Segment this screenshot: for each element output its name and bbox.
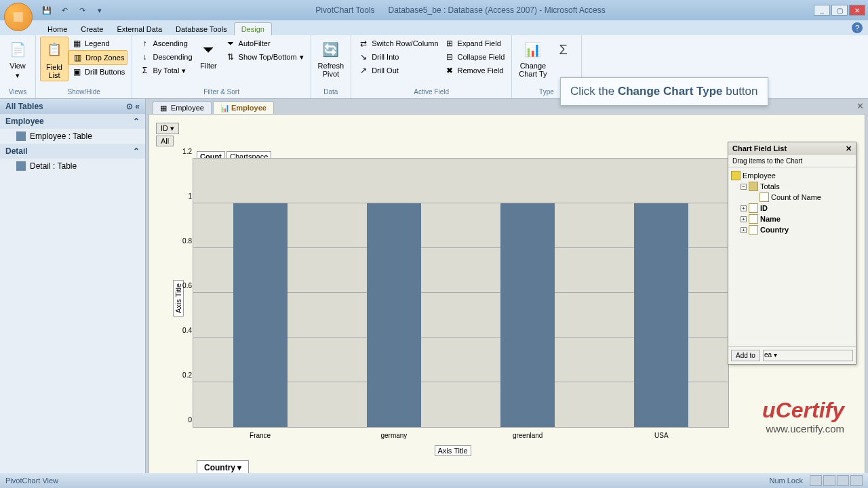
x-axis-title[interactable]: Axis Title	[434, 445, 471, 456]
chart-field-list-panel: Chart Field List✕ Drag items to the Char…	[728, 142, 856, 365]
field-list-button[interactable]: 📋 Field List	[40, 37, 68, 81]
chart-plot-area[interactable]: 00.20.40.60.811.2 Francegermanygreenland…	[193, 158, 729, 428]
tab-database-tools[interactable]: Database Tools	[169, 23, 234, 35]
legend-button[interactable]: ▦Legend	[68, 37, 127, 50]
chart-bar[interactable]	[634, 203, 688, 427]
close-panel-button[interactable]: ✕	[846, 144, 852, 153]
field-node-country[interactable]: +Country	[731, 224, 853, 235]
chart-bar[interactable]	[233, 203, 288, 427]
expand-icon[interactable]: +	[741, 216, 747, 222]
drill-into-button[interactable]: ↘Drill Into	[355, 50, 441, 64]
remove-field-button[interactable]: ✖Remove Field	[441, 64, 508, 77]
y-tick-label: 1.2	[182, 148, 192, 155]
field-icon	[749, 203, 758, 213]
chart-bar[interactable]	[367, 203, 421, 427]
office-orb[interactable]	[4, 3, 33, 31]
close-tab-button[interactable]: ✕	[856, 101, 864, 111]
undo-icon[interactable]: ↶	[57, 3, 72, 17]
add-to-button[interactable]: Add to	[731, 350, 760, 361]
expand-field-button[interactable]: ⊞Expand Field	[441, 37, 508, 50]
sigma-icon: Σ	[553, 39, 574, 60]
document-area: ▦Employee 📊Employee ✕ ID ▾ All Count Cha…	[146, 99, 868, 485]
status-view-mode: PivotChart View	[5, 476, 58, 485]
drop-zones-icon: ▥	[72, 52, 83, 63]
view-button[interactable]: 📄 View ▾	[4, 37, 31, 82]
nav-item-detail-table[interactable]: Detail : Table	[0, 159, 145, 174]
redo-icon[interactable]: ↷	[75, 3, 90, 17]
svg-rect-0	[14, 12, 23, 22]
drill-buttons-icon: ▣	[71, 66, 82, 77]
cube-icon	[731, 171, 741, 180]
collapse-icon[interactable]: −	[741, 184, 747, 190]
view-icon: 📄	[7, 39, 28, 60]
field-icon	[749, 214, 758, 224]
window-title: Database5_be : Database (Access 2007) - …	[389, 5, 606, 15]
help-icon[interactable]: ?	[852, 22, 863, 33]
filter-button[interactable]: ⏷ Filter	[195, 37, 222, 72]
collapse-icon: ⌃	[133, 117, 140, 126]
view-mode-btn-1[interactable]	[810, 475, 822, 486]
nav-item-employee-table[interactable]: Employee : Table	[0, 129, 145, 144]
drill-out-button[interactable]: ↗Drill Out	[355, 64, 441, 77]
dropdown-icon: ▾	[300, 53, 304, 62]
tab-create[interactable]: Create	[74, 23, 110, 35]
doc-tab-employee-1[interactable]: ▦Employee	[153, 101, 212, 114]
sigma-button[interactable]: Σ	[550, 37, 577, 62]
nav-group-detail[interactable]: Detail⌃	[0, 144, 145, 159]
view-mode-btn-3[interactable]	[837, 475, 849, 486]
ascending-button[interactable]: ↑Ascending	[136, 37, 195, 50]
chart-canvas: ID ▾ All Count Chartspace Axis Title 00.…	[149, 114, 865, 483]
refresh-icon: 🔄	[320, 39, 342, 60]
autofilter-button[interactable]: ⏷AutoFilter	[222, 37, 307, 50]
switch-row-col-button[interactable]: ⇄Switch Row/Column	[355, 37, 441, 50]
maximize-button[interactable]: ▢	[831, 5, 848, 16]
filter-all-label[interactable]: All	[156, 136, 174, 146]
folder-icon	[749, 182, 758, 191]
qat-menu-icon[interactable]: ▾	[92, 3, 107, 17]
show-top-bottom-button[interactable]: ⇅Show Top/Bottom▾	[222, 50, 307, 64]
x-tick-label: germany	[380, 432, 407, 439]
drop-zones-button[interactable]: ▥Drop Zones	[68, 50, 127, 65]
collapse-icon: ⌃	[133, 146, 140, 156]
expand-icon[interactable]: +	[741, 205, 747, 211]
close-button[interactable]: ✕	[849, 5, 865, 16]
by-total-button[interactable]: ΣBy Total▾	[136, 64, 195, 77]
field-icon	[760, 192, 769, 202]
field-node-id[interactable]: +ID	[731, 203, 853, 214]
group-showhide-label: Show/Hide	[40, 87, 127, 97]
filter-field-dropdown[interactable]: ID ▾	[156, 123, 179, 134]
field-node-count-of-name[interactable]: Count of Name	[731, 192, 853, 203]
watermark: uCertify www.ucertify.com	[762, 398, 844, 434]
y-tick-label: 0	[188, 416, 192, 424]
chevron-down-icon[interactable]: ⊙ «	[126, 102, 140, 111]
add-to-area-select[interactable]: ea ▾	[763, 350, 853, 361]
tab-home[interactable]: Home	[41, 23, 74, 35]
field-node-name[interactable]: +Name	[731, 214, 853, 224]
contextual-tools-title: PivotChart Tools	[315, 5, 374, 15]
by-total-icon: Σ	[139, 65, 150, 76]
expand-icon[interactable]: +	[741, 227, 747, 233]
minimize-button[interactable]: _	[814, 5, 830, 16]
field-node-totals[interactable]: −Totals	[731, 181, 853, 192]
tab-external-data[interactable]: External Data	[110, 23, 169, 35]
chart-bar[interactable]	[500, 203, 555, 427]
descending-button[interactable]: ↓Descending	[136, 50, 195, 64]
expand-icon: ⊞	[444, 38, 455, 49]
drill-buttons-button[interactable]: ▣Drill Buttons	[68, 65, 127, 79]
y-tick-label: 0.6	[182, 282, 192, 289]
view-mode-btn-4[interactable]	[850, 475, 863, 486]
dropdown-icon: ▾	[182, 66, 186, 75]
nav-group-employee[interactable]: Employee⌃	[0, 114, 145, 129]
tab-design[interactable]: Design	[234, 22, 272, 35]
chart-icon: 📊	[220, 104, 229, 112]
collapse-field-button[interactable]: ⊟Collapse Field	[441, 50, 508, 64]
nav-header[interactable]: All Tables ⊙ «	[0, 99, 145, 114]
change-chart-type-button[interactable]: 📊 Change Chart Ty	[516, 37, 549, 80]
doc-tab-employee-2[interactable]: 📊Employee	[213, 101, 274, 114]
save-icon[interactable]: 💾	[39, 3, 54, 17]
legend-icon: ▦	[71, 38, 82, 49]
field-list-icon: 📋	[43, 39, 65, 60]
view-mode-btn-2[interactable]	[823, 475, 835, 486]
field-node-employee[interactable]: Employee	[731, 170, 853, 181]
refresh-pivot-button[interactable]: 🔄 Refresh Pivot	[315, 37, 347, 80]
